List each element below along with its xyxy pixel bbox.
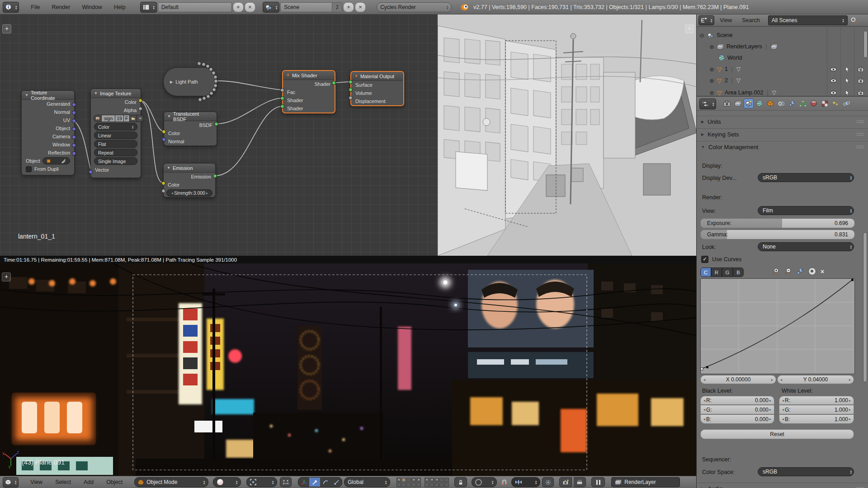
editor-type-info-button[interactable]: ▴▾ xyxy=(3,2,19,13)
node-emission[interactable]: ▼Emission Emission Color ◂ Strength: 3.0… xyxy=(163,163,216,197)
expand-toggle[interactable]: ⊕ xyxy=(709,66,714,73)
socket[interactable] xyxy=(198,98,202,102)
black-level-b-field[interactable]: ◂B:0.000▸ xyxy=(700,415,774,424)
node-translucent-bsdf[interactable]: ▼Translucent BSDF BSDF Color Normal xyxy=(164,112,217,146)
expand-toggle[interactable]: ⊕ xyxy=(709,77,714,84)
socket[interactable] xyxy=(72,111,76,115)
selectability-cursor-icon[interactable] xyxy=(844,66,850,72)
node-mix-shader[interactable]: ▼Mix Shader Shader Fac Shader Shader xyxy=(282,70,335,113)
selectability-cursor-icon[interactable] xyxy=(844,78,850,84)
tab-particles[interactable] xyxy=(830,99,840,108)
use-curves-checkbox[interactable]: ✓ xyxy=(701,256,708,263)
collapse-icon[interactable]: ▼ xyxy=(25,93,28,97)
renderability-camera-icon[interactable] xyxy=(858,90,864,95)
render-still-button[interactable] xyxy=(559,477,572,487)
outliner-row-world[interactable]: World xyxy=(697,52,742,63)
socket[interactable] xyxy=(138,107,142,111)
fake-user-button[interactable]: F xyxy=(124,115,130,122)
node-texture-coordinate[interactable]: ▼Texture Coordinate Generated Normal UV … xyxy=(21,90,75,175)
menu-view[interactable]: View xyxy=(25,479,48,485)
selectability-cursor-icon[interactable] xyxy=(844,90,850,96)
tab-scene[interactable] xyxy=(744,99,754,108)
manipulate-center-points-toggle[interactable] xyxy=(280,477,292,487)
region-expand-button[interactable]: + xyxy=(685,24,694,33)
black-level-r-field[interactable]: ◂R:0.000▸ xyxy=(700,396,774,405)
expand-toggle[interactable]: ⊕ xyxy=(709,43,714,50)
manipulator-axes-toggle[interactable] xyxy=(298,478,309,487)
outliner-row-object-1[interactable]: ⊕ ▽ 1 | ▽ xyxy=(697,64,868,75)
socket[interactable] xyxy=(280,104,284,108)
editor-type-properties-button[interactable]: ▴▾ xyxy=(699,99,716,109)
socket[interactable] xyxy=(72,127,76,131)
panel-grip[interactable] xyxy=(856,132,864,136)
expand-toggle[interactable]: ⊕ xyxy=(709,89,714,96)
transform-orientation-select[interactable]: Global ▴▾ xyxy=(344,477,390,487)
image-name-field[interactable]: sign xyxy=(102,115,115,122)
tab-constraints[interactable] xyxy=(776,99,786,108)
panel-grip[interactable] xyxy=(856,120,864,123)
editor-type-3dview-button[interactable]: ▴▾ xyxy=(3,477,19,488)
curve-point-y-field[interactable]: ◂ Y 0.04000 ▸ xyxy=(777,375,854,384)
socket[interactable] xyxy=(212,88,216,92)
projection-select[interactable]: Flat xyxy=(94,140,137,148)
look-select[interactable]: None ▴▾ xyxy=(758,242,854,251)
zoom-out-icon[interactable] xyxy=(784,267,792,275)
search-icon[interactable] xyxy=(850,17,858,24)
interpolation-select[interactable]: Linear xyxy=(94,131,137,139)
region-expand-button[interactable]: + xyxy=(2,24,11,33)
socket[interactable] xyxy=(212,71,216,75)
tab-world[interactable] xyxy=(755,99,764,108)
socket[interactable] xyxy=(202,62,206,66)
node-editor[interactable]: ▼Texture Coordinate Generated Normal UV … xyxy=(0,14,438,256)
panel-keying-sets[interactable]: ▶Keying Sets xyxy=(697,128,868,140)
delete-layout-button[interactable]: × xyxy=(245,2,255,12)
socket[interactable] xyxy=(138,99,142,103)
outliner-row-scene[interactable]: ⊖ Scene xyxy=(697,30,732,41)
socket[interactable] xyxy=(213,84,217,88)
socket[interactable] xyxy=(72,119,76,123)
socket[interactable] xyxy=(209,91,213,95)
render-layer-select[interactable]: RenderLayer xyxy=(611,477,680,487)
socket[interactable] xyxy=(214,79,218,83)
layers-widget-group2[interactable] xyxy=(425,478,449,487)
renderability-camera-icon[interactable] xyxy=(858,78,864,83)
reset-curves-button[interactable]: Reset xyxy=(700,429,854,439)
scene-name-field[interactable]: Scene 2 xyxy=(280,2,342,12)
menu-render[interactable]: Render xyxy=(46,4,75,10)
socket[interactable] xyxy=(72,151,76,155)
layers-widget-group1[interactable] xyxy=(396,478,421,487)
screen-layout-icon-button[interactable]: ▴▾ xyxy=(140,2,157,13)
panel-color-management[interactable]: ▼Color Management xyxy=(697,141,868,152)
gamma-slider[interactable]: Gamma: 0.831 xyxy=(700,230,855,239)
curve-tools-wrench-icon[interactable] xyxy=(796,267,804,275)
white-level-b-field[interactable]: ◂B:1.000▸ xyxy=(779,415,854,424)
curve-widget[interactable] xyxy=(700,278,855,374)
strength-field[interactable]: ◂ Strength: 3.000 ▸ xyxy=(166,189,212,197)
render-engine-select[interactable]: Cycles Render ▴▾ xyxy=(377,2,452,12)
visibility-eye-icon[interactable] xyxy=(830,67,837,72)
curve-point-x-field[interactable]: ◂ X 0.00000 ▸ xyxy=(700,375,776,384)
socket[interactable] xyxy=(332,81,336,85)
delete-scene-button[interactable]: × xyxy=(355,2,366,12)
scene-icon-button[interactable]: ▴▾ xyxy=(263,2,279,13)
manipulator-rotate-toggle[interactable] xyxy=(320,478,331,487)
extension-select[interactable]: Repeat xyxy=(94,149,137,156)
channel-blue-button[interactable]: B xyxy=(733,267,744,277)
delete-point-icon[interactable]: × xyxy=(821,268,824,275)
socket[interactable] xyxy=(280,96,284,100)
socket[interactable] xyxy=(161,189,165,193)
panel-audio[interactable]: ▶Audio xyxy=(697,483,868,488)
panel-grip[interactable] xyxy=(856,145,864,149)
lock-to-scene-toggle[interactable] xyxy=(454,477,467,487)
socket[interactable] xyxy=(72,103,76,107)
manipulator-scale-toggle[interactable] xyxy=(331,478,342,487)
socket[interactable] xyxy=(214,122,218,126)
socket[interactable] xyxy=(72,135,76,139)
collapse-icon[interactable]: ▶ xyxy=(170,80,173,84)
snap-element-select[interactable]: ▴▾ xyxy=(511,477,540,487)
tab-object[interactable] xyxy=(765,99,775,108)
properties-scrollbar[interactable] xyxy=(863,232,867,382)
socket[interactable] xyxy=(197,61,201,66)
mode-select[interactable]: Object Mode ▴▾ xyxy=(134,477,208,487)
white-level-g-field[interactable]: ◂G:1.000▸ xyxy=(779,405,854,414)
